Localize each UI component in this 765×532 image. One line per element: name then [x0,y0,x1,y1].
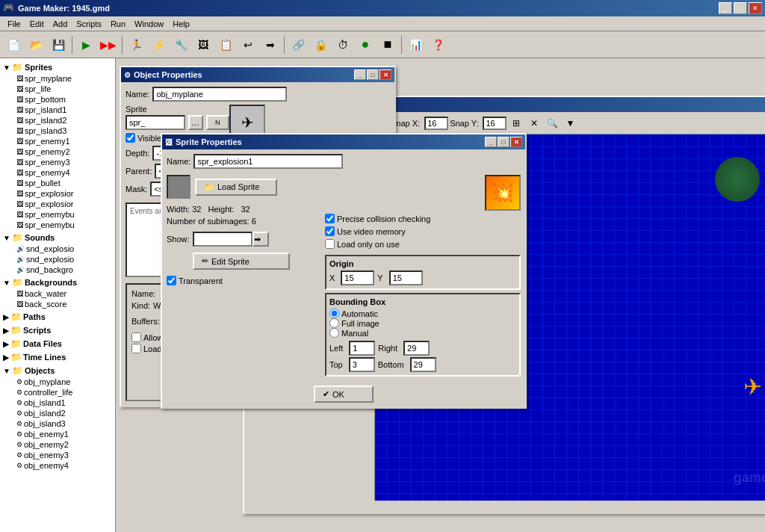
tb-lock[interactable]: 🔒 [310,34,331,55]
tb-gamemaker[interactable]: 🏃 [126,34,146,55]
precise-label[interactable]: Precise collision checking [325,214,521,223]
edit-sprite-button[interactable]: ✏ Edit Sprite [193,253,290,270]
tree-spr-bottom[interactable]: 🖼spr_bottom [1,94,114,105]
video-memory-checkbox[interactable] [325,226,335,236]
close-button[interactable]: ✕ [749,2,762,14]
tree-spr-explosior2[interactable]: 🖼spr_explosior [1,199,114,209]
tree-spr-enemybu1[interactable]: 🖼spr_enemybu [1,209,114,220]
section-timelines[interactable]: ▶ 📁 Time Lines [1,351,114,363]
room-tb-zoom-arrow[interactable]: ▼ [562,115,578,132]
obj-props-close[interactable]: ✕ [380,69,391,80]
tree-obj-controller[interactable]: ⚙controller_life [1,387,114,398]
section-backgrounds[interactable]: ▼ 📁 Backgrounds [1,276,114,288]
tree-snd-backgro[interactable]: 🔊snd_backgro [1,265,114,275]
tree-spr-enemy3[interactable]: 🖼spr_enemy3 [1,157,114,167]
tree-spr-enemy2[interactable]: 🖼spr_enemy2 [1,146,114,157]
tb-open[interactable]: 📂 [25,34,46,55]
bb-left-input[interactable] [349,341,375,356]
tree-snd-explosio2[interactable]: 🔊snd_explosio [1,254,114,265]
snap-y-input[interactable]: 16 [483,117,507,130]
obj-props-maximize[interactable]: □ [367,69,379,80]
tree-spr-island2[interactable]: 🖼spr_island2 [1,115,114,126]
tb-timer[interactable]: ⏱ [332,34,353,55]
sprite-props-maximize[interactable]: □ [498,137,510,147]
load-only-label[interactable]: Load only on use [325,239,521,249]
bb-right-input[interactable] [403,341,430,356]
tree-obj-enemy2[interactable]: ⚙obj_enemy2 [1,439,114,450]
transparent-label[interactable]: Transparent [167,276,316,285]
obj-sprite-browse[interactable]: … [188,115,203,130]
minimize-button[interactable]: _ [719,2,732,14]
tb-background[interactable]: 🖼 [193,34,214,55]
sprite-props-minimize[interactable]: _ [485,137,497,147]
room-tb-zoom[interactable]: 🔍 [544,115,560,132]
tb-new[interactable]: 📄 [3,34,24,55]
tree-obj-enemy1[interactable]: ⚙obj_enemy1 [1,429,114,439]
menu-scripts[interactable]: Scripts [72,18,106,30]
tree-obj-myplane[interactable]: ⚙obj_myplane [1,377,114,387]
bb-fullimage-radio[interactable] [329,318,339,328]
bb-fullimage-label[interactable]: Full image [329,318,516,328]
obj-props-titlebar[interactable]: ⚙ Object Properties _ □ ✕ [121,67,394,82]
menu-file[interactable]: File [3,18,25,30]
origin-y-input[interactable] [389,270,423,285]
tree-spr-myplane[interactable]: 🖼spr_myplane [1,73,114,84]
menu-window[interactable]: Window [130,18,168,30]
room-tb-settings[interactable]: ✕ [526,115,542,132]
sound-effects-checkbox[interactable] [131,332,141,342]
obj-props-minimize[interactable]: _ [354,69,366,80]
tree-spr-life[interactable]: 🖼spr_life [1,84,114,94]
tree-spr-explosior1[interactable]: 🖼spr_explosior [1,188,114,199]
tree-obj-island2[interactable]: ⚙obj_island2 [1,408,114,418]
tb-link[interactable]: 🔗 [288,34,309,55]
tb-redo[interactable]: ➡ [260,34,281,55]
sprite-props-titlebar[interactable]: 🖼 Sprite Properties _ □ ✕ [162,134,525,149]
section-datafiles[interactable]: ▶ 📁 Data Files [1,338,114,350]
tree-back-water[interactable]: 🖼back_water [1,288,114,299]
load-sprite-button[interactable]: 📁 Load Sprite [195,179,277,196]
bb-bottom-input[interactable] [410,357,436,372]
tb-paste[interactable]: 📋 [215,34,236,55]
sound-load-only-checkbox[interactable] [131,344,141,353]
tree-spr-island1[interactable]: 🖼spr_island1 [1,105,114,115]
section-scripts[interactable]: ▶ 📁 Scripts [1,324,114,336]
tree-spr-island3[interactable]: 🖼spr_island3 [1,126,114,136]
transparent-checkbox[interactable] [167,276,176,285]
tree-obj-enemy3[interactable]: ⚙obj_enemy3 [1,450,114,460]
video-memory-label[interactable]: Use video memory [325,226,521,236]
tree-snd-explosio1[interactable]: 🔊snd_explosio [1,244,114,254]
tree-spr-enemybu2[interactable]: 🖼spr_enemybu [1,220,114,230]
tree-obj-enemy4[interactable]: ⚙obj_enemy4 [1,460,114,471]
tb-sprite[interactable]: ⚡ [148,34,169,55]
tb-stop[interactable]: ▶▶ [98,34,119,55]
tb-chart[interactable]: 📊 [405,34,426,55]
load-only-checkbox[interactable] [325,239,335,249]
sprite-props-close[interactable]: ✕ [510,137,522,147]
maximize-button[interactable]: □ [734,2,747,14]
tb-green[interactable]: ● [355,34,376,55]
bb-automatic-label[interactable]: Automatic [329,309,516,318]
sprite-name-input[interactable] [193,154,343,169]
menu-run[interactable]: Run [106,18,130,30]
bb-top-input[interactable] [349,357,375,372]
menu-edit[interactable]: Edit [25,18,49,30]
tree-obj-island3[interactable]: ⚙obj_island3 [1,418,114,429]
show-forward-btn[interactable]: ➡ [253,232,269,247]
tree-spr-enemy1[interactable]: 🖼spr_enemy1 [1,136,114,146]
tb-undo[interactable]: ↩ [238,34,258,55]
tb-save[interactable]: 💾 [48,34,69,55]
section-sprites[interactable]: ▼ 📁 Sprites [1,61,114,73]
menu-add[interactable]: Add [49,18,72,30]
menu-help[interactable]: Help [168,18,194,30]
visible-checkbox[interactable] [126,133,135,143]
section-objects[interactable]: ▼ 📁 Objects [1,365,114,377]
obj-sprite-input[interactable] [126,115,185,130]
section-sounds[interactable]: ▼ 📁 Sounds [1,232,114,244]
obj-new-sprite[interactable]: N [206,115,229,130]
bb-manual-label[interactable]: Manual [329,328,516,338]
tree-obj-island1[interactable]: ⚙obj_island1 [1,398,114,408]
tree-spr-bullet[interactable]: 🖼spr_bullet [1,178,114,188]
bb-manual-radio[interactable] [329,328,339,338]
tb-sound[interactable]: 🔧 [170,34,191,55]
tb-black[interactable]: ■ [377,34,398,55]
